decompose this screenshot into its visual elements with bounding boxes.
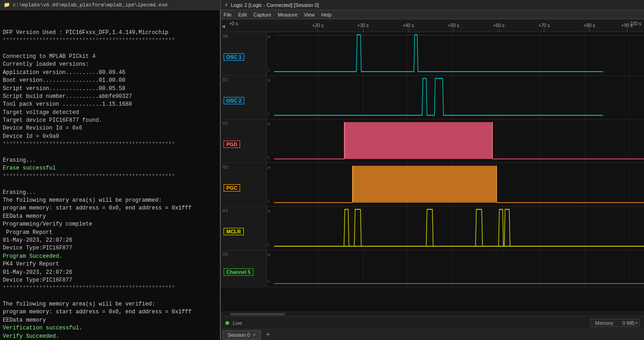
ruler-tick: +20 s — [312, 23, 323, 32]
ruler-tick-line — [544, 29, 544, 32]
channel-label-area: 01 OSC 2 — [221, 76, 267, 119]
terminal-line: Device Type:PIC16F877 — [3, 244, 217, 252]
h-label: H — [268, 210, 270, 214]
terminal-line — [3, 149, 217, 157]
wave-svg — [274, 163, 644, 206]
collapse-icon[interactable]: ◀ — [221, 23, 228, 32]
ruler-tick-label: +50 s — [448, 23, 460, 28]
right-title-text: Logic 2 [Logic - Connected] [Session 0] — [231, 2, 319, 8]
session-tab-label: Session 0 — [228, 332, 250, 338]
h-label: H — [268, 35, 270, 40]
ruler-tick-line — [453, 29, 454, 32]
channel-badge[interactable]: PGC — [224, 184, 240, 192]
svg-rect-25 — [344, 122, 492, 159]
channel-badge[interactable]: OSC 2 — [224, 97, 244, 104]
terminal-line — [3, 45, 217, 53]
terminal-line: Erasing... — [3, 189, 217, 197]
ruler-tick: +80 s — [584, 23, 595, 32]
menu-help[interactable]: Help — [321, 12, 332, 17]
logic-panel: File Edit Capture Measure View Help ◀ +0… — [221, 10, 644, 340]
terminal-line: Erasing... — [3, 157, 217, 164]
terminal-line: ****************************************… — [3, 37, 217, 45]
svg-rect-38 — [352, 166, 496, 203]
ruler-offset: +0 s — [229, 21, 238, 26]
terminal-line: Program Report — [3, 229, 217, 237]
channel-badge[interactable]: PGD — [224, 141, 240, 148]
channel-wave-area: H L — [267, 163, 644, 206]
terminal-line: Script version...............00.05.58 — [3, 85, 217, 93]
channel-row: 00 OSC 1 H L — [221, 32, 644, 76]
hl-labels: H L — [268, 32, 270, 75]
folder-icon: 📁 — [4, 2, 10, 8]
h-scrollbar[interactable] — [221, 312, 644, 316]
channel-num: 03 — [223, 165, 228, 170]
terminal-line: Verification successful. — [3, 324, 217, 332]
ruler-tick: +60 s — [493, 23, 505, 32]
terminal-line: 01-May-2023, 22:07:26 — [3, 269, 217, 277]
session-tab-0[interactable]: Session 0 × — [223, 330, 261, 340]
terminal-line: Boot version.................01.00.00 — [3, 77, 217, 85]
close-btn[interactable]: × — [634, 319, 638, 326]
ruler-tick-line — [317, 29, 318, 32]
terminal-line: ****************************************… — [3, 173, 217, 181]
right-titlebar: ⚡ Logic 2 [Logic - Connected] [Session 0… — [221, 0, 644, 10]
add-session-btn[interactable]: + — [263, 331, 273, 339]
h-label: H — [268, 122, 270, 127]
ruler-tick: +50 s — [448, 23, 460, 32]
channel-badge[interactable]: MCLR — [224, 228, 244, 235]
ruler-tick-label: +90 s — [621, 23, 633, 28]
terminal-line: Target voltage detected — [3, 109, 217, 117]
terminal-line: EEData memory — [3, 213, 217, 221]
channel-num: 01 — [223, 78, 228, 83]
terminal-line: Tool pack version ............1.15.1688 — [3, 101, 217, 108]
menu-capture[interactable]: Capture — [253, 12, 271, 17]
bottom-bar: Live × Memory 0 MB — [221, 316, 644, 329]
terminal-line: Target device PIC16F877 found. — [3, 117, 217, 125]
channel-wave-area: H L — [267, 207, 644, 250]
wave-svg — [274, 207, 644, 250]
session-bar: Session 0 × + — [221, 329, 644, 340]
terminal-line: Connecting to MPLAB PICkit 4 — [3, 53, 217, 61]
svg-rect-8 — [274, 35, 644, 35]
channel-row: 02 PGD H L — [221, 119, 644, 163]
menu-view[interactable]: View — [304, 12, 315, 17]
channel-num: 00 — [223, 34, 228, 39]
terminal-output: DFP Version Used : PIC16Fxxx_DFP,1.4.149… — [3, 29, 217, 340]
ruler-tick: +40 s — [402, 23, 414, 32]
menu-edit[interactable]: Edit — [238, 12, 247, 17]
hl-labels: H L — [268, 207, 270, 250]
svg-rect-39 — [352, 166, 353, 203]
hl-labels: H L — [268, 250, 270, 287]
channel-label-area: 00 OSC 1 — [221, 32, 267, 75]
ruler-tick: +30 s — [357, 23, 369, 32]
memory-label: Memory — [595, 320, 614, 326]
terminal-line: program memory: start address = 0x0, end… — [3, 308, 217, 316]
terminal-line: Verify Succeeded. — [3, 333, 217, 340]
hl-labels: H L — [268, 76, 270, 119]
svg-rect-40 — [496, 166, 497, 203]
left-title-text: c:\mplabx\v6.05\mplab_platform\mplab_ipe… — [13, 2, 168, 8]
channel-label-area: 02 PGD — [221, 119, 267, 163]
timeline-ruler: ◀ +0 s 100 s +20 s +30 s +40 s +50 s +60… — [221, 19, 644, 32]
channel-label-area: 03 PGC — [221, 163, 267, 206]
terminal-line — [3, 293, 217, 300]
menu-file[interactable]: File — [224, 12, 232, 17]
h-label: H — [268, 253, 270, 258]
menu-measure[interactable]: Measure — [278, 12, 298, 17]
memory-value: 0 MB — [622, 320, 634, 326]
channel-badge[interactable]: Channel 5 — [224, 268, 253, 276]
hl-labels: H L — [268, 119, 270, 163]
l-label: L — [268, 279, 270, 284]
l-label: L — [268, 68, 270, 73]
channel-row: 05 Channel 5 H L — [221, 250, 644, 287]
channel-badge[interactable]: OSC 1 — [224, 53, 244, 61]
channel-wave-area: H L — [267, 119, 644, 163]
ruler-tick: +70 s — [538, 23, 550, 32]
ruler-tick-label: +80 s — [584, 23, 595, 28]
channel-label-area: 04 MCLR — [221, 207, 267, 250]
channel-wave-area: H L — [267, 32, 644, 75]
live-label: Live — [233, 320, 242, 326]
session-tab-close[interactable]: × — [253, 332, 256, 338]
l-label: L — [268, 112, 270, 116]
wave-svg — [274, 32, 644, 75]
